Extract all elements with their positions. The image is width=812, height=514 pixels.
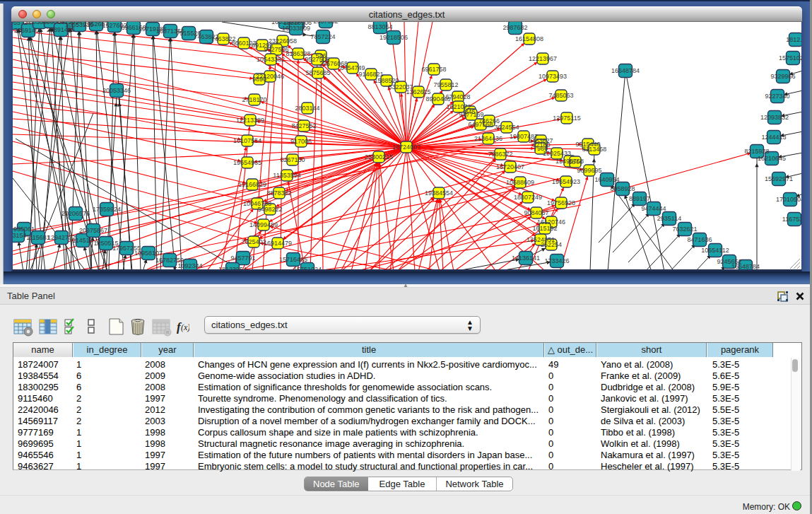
- svg-text:(x): (x): [181, 322, 189, 332]
- svg-text:19654923: 19654923: [552, 178, 580, 185]
- svg-text:9474444: 9474444: [641, 205, 666, 212]
- svg-text:8471636: 8471636: [687, 236, 712, 243]
- svg-text:18123054: 18123054: [218, 266, 247, 271]
- svg-text:18724007: 18724007: [392, 144, 420, 151]
- svg-text:12213389: 12213389: [236, 117, 264, 124]
- svg-text:16914479: 16914479: [264, 240, 292, 247]
- svg-text:8427552: 8427552: [291, 122, 316, 129]
- svg-text:1244413: 1244413: [761, 134, 786, 141]
- svg-text:15751024: 15751024: [293, 266, 322, 271]
- svg-text:19384554: 19384554: [425, 189, 453, 197]
- svg-text:917006: 917006: [290, 138, 312, 145]
- svg-text:8813054: 8813054: [367, 23, 392, 30]
- svg-text:1733426: 1733426: [544, 257, 569, 264]
- svg-text:12093832: 12093832: [760, 114, 789, 121]
- svg-text:20691406: 20691406: [14, 27, 42, 34]
- svg-text:9457791: 9457791: [230, 255, 255, 262]
- svg-text:9890: 9890: [252, 76, 266, 83]
- svg-text:15751024: 15751024: [779, 54, 802, 62]
- svg-text:19756928: 19756928: [547, 199, 575, 206]
- svg-text:17010504: 17010504: [776, 196, 802, 203]
- svg-text:16210645: 16210645: [758, 155, 786, 162]
- svg-text:9227340: 9227340: [765, 93, 789, 100]
- svg-text:6794028: 6794028: [445, 93, 470, 100]
- svg-text:1640954: 1640954: [594, 176, 619, 183]
- svg-text:10107554: 10107554: [233, 137, 261, 144]
- svg-text:14099489: 14099489: [249, 221, 278, 228]
- svg-text:1362615: 1362615: [406, 88, 430, 95]
- svg-text:19166829: 19166829: [238, 181, 266, 188]
- svg-text:8267130: 8267130: [280, 156, 305, 163]
- svg-text:9699695: 9699695: [577, 167, 601, 174]
- svg-text:7625402: 7625402: [241, 238, 266, 245]
- svg-text:12213967: 12213967: [529, 55, 557, 62]
- svg-text:10958107: 10958107: [134, 250, 163, 257]
- svg-text:11353594: 11353594: [273, 172, 300, 179]
- svg-text:114519: 114519: [72, 237, 93, 244]
- svg-text:1812...: 1812...: [786, 36, 802, 43]
- svg-text:18807249: 18807249: [514, 194, 542, 201]
- svg-text:16033809: 16033809: [282, 25, 310, 32]
- svg-text:25300215: 25300215: [365, 153, 393, 160]
- svg-text:16648784: 16648784: [731, 263, 760, 270]
- svg-text:2718170: 2718170: [242, 96, 266, 103]
- svg-text:2987682: 2987682: [502, 24, 527, 31]
- svg-text:7632621: 7632621: [672, 226, 697, 233]
- svg-text:9329966: 9329966: [770, 73, 795, 80]
- svg-text:23226058: 23226058: [269, 37, 297, 45]
- svg-text:20053346: 20053346: [102, 87, 131, 94]
- svg-text:8878342: 8878342: [266, 189, 291, 197]
- svg-text:10654112: 10654112: [701, 247, 729, 254]
- svg-text:7955812: 7955812: [433, 81, 458, 88]
- svg-text:8113468: 8113468: [582, 146, 606, 153]
- svg-text:2935114: 2935114: [657, 215, 681, 222]
- svg-text:7986: 7986: [534, 145, 548, 152]
- svg-text:10688609: 10688609: [506, 179, 534, 186]
- svg-text:5498222: 5498222: [257, 206, 282, 213]
- svg-text:15720407: 15720407: [496, 163, 524, 170]
- svg-text:33154: 33154: [13, 232, 27, 239]
- svg-text:9084067: 9084067: [524, 209, 548, 216]
- svg-text:9327506: 9327506: [264, 46, 288, 53]
- svg-text:12942737: 12942737: [47, 234, 76, 241]
- svg-text:7857224: 7857224: [310, 33, 335, 40]
- svg-text:10543382: 10543382: [257, 56, 285, 63]
- svg-text:889197: 889197: [629, 195, 650, 202]
- svg-text:8844: 8844: [568, 158, 582, 165]
- svg-text:252254: 252254: [541, 241, 562, 248]
- svg-text:16648784: 16648784: [611, 67, 640, 74]
- svg-text:5875685: 5875685: [305, 69, 330, 76]
- svg-text:12975115: 12975115: [553, 115, 580, 122]
- svg-text:15692971: 15692971: [765, 175, 793, 182]
- svg-text:17359924: 17359924: [93, 206, 121, 213]
- svg-text:8215938: 8215938: [744, 148, 769, 155]
- svg-text:16154808: 16154808: [515, 35, 543, 42]
- svg-text:19218506: 19218506: [379, 34, 408, 41]
- svg-text:20206576: 20206576: [61, 210, 90, 217]
- svg-text:21364436: 21364436: [474, 135, 502, 142]
- svg-text:1115681: 1115681: [26, 234, 50, 241]
- svg-text:20975867: 20975867: [79, 227, 107, 234]
- svg-text:14136141: 14136141: [512, 255, 540, 262]
- svg-text:8958928: 8958928: [610, 185, 635, 192]
- svg-text:15716485: 15716485: [279, 256, 307, 263]
- svg-text:2803144: 2803144: [295, 105, 319, 112]
- svg-text:1615192: 1615192: [532, 225, 557, 232]
- svg-text:3624554: 3624554: [494, 124, 519, 131]
- svg-text:2987682: 2987682: [313, 22, 338, 25]
- svg-text:7986372: 7986372: [488, 151, 512, 158]
- svg-text:7485063: 7485063: [548, 92, 573, 99]
- svg-text:1092344: 1092344: [177, 262, 202, 269]
- svg-text:19654985: 19654985: [233, 159, 261, 166]
- svg-text:1167533: 1167533: [782, 216, 802, 223]
- svg-text:6961758: 6961758: [421, 66, 446, 73]
- svg-text:10973493: 10973493: [539, 73, 567, 80]
